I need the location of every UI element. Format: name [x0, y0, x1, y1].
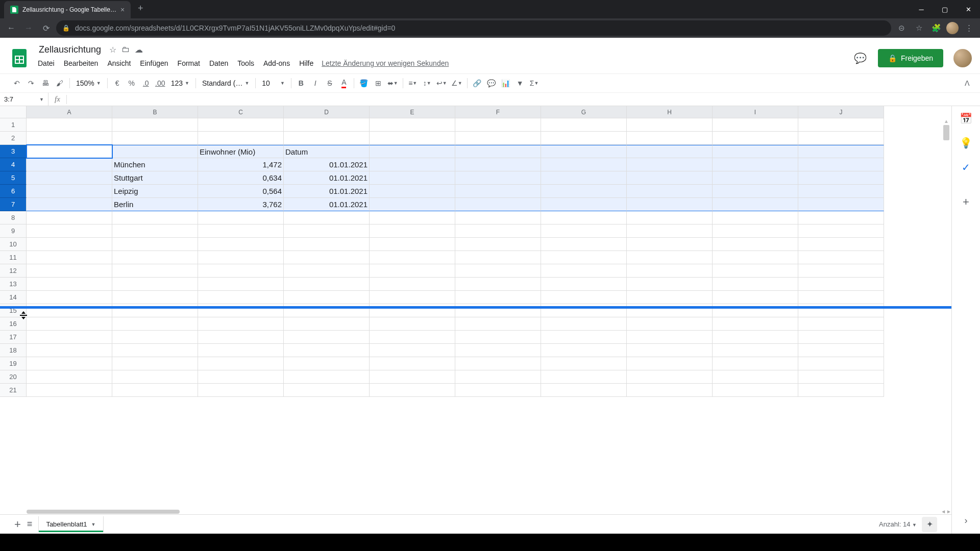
cell[interactable]	[713, 238, 798, 251]
cell[interactable]	[798, 211, 884, 224]
cell[interactable]	[541, 145, 627, 158]
link-button[interactable]: 🔗	[471, 77, 484, 90]
cell[interactable]: 01.01.2021	[284, 171, 370, 185]
filter-button[interactable]: ▼	[513, 77, 527, 90]
cell[interactable]	[627, 211, 713, 224]
cell[interactable]	[627, 370, 713, 384]
cell[interactable]	[370, 370, 455, 384]
cell[interactable]	[27, 291, 112, 304]
explore-button[interactable]: ✦	[922, 517, 937, 532]
star-icon[interactable]: ☆	[109, 45, 116, 55]
column-header[interactable]: C	[198, 106, 284, 118]
cell[interactable]	[27, 370, 112, 384]
cell[interactable]	[27, 145, 112, 158]
increase-decimal-button[interactable]: .00	[154, 77, 167, 90]
cell[interactable]	[370, 278, 455, 291]
cell[interactable]	[455, 264, 541, 278]
cell[interactable]	[627, 357, 713, 370]
new-tab-button[interactable]: +	[138, 3, 143, 14]
cell[interactable]	[798, 118, 884, 132]
cell[interactable]	[455, 132, 541, 145]
zoom-icon[interactable]: ⊝	[894, 21, 909, 35]
row-header[interactable]: 13	[0, 278, 27, 291]
cell[interactable]	[27, 171, 112, 185]
merge-button[interactable]: ⬌▼	[386, 77, 400, 90]
rotate-button[interactable]: ∠▼	[450, 77, 464, 90]
cell[interactable]	[627, 384, 713, 397]
row-header[interactable]: 3	[0, 145, 27, 158]
cell[interactable]	[284, 264, 370, 278]
undo-button[interactable]: ↶	[10, 77, 23, 90]
cell[interactable]	[198, 344, 284, 357]
cell[interactable]	[713, 278, 798, 291]
cell[interactable]	[541, 370, 627, 384]
row-resize-bar[interactable]	[0, 306, 951, 309]
number-format-select[interactable]: 123▼	[168, 79, 192, 87]
cell[interactable]	[112, 317, 198, 331]
add-sheet-button[interactable]: +	[14, 518, 21, 531]
cell[interactable]	[198, 211, 284, 224]
cell[interactable]	[198, 291, 284, 304]
cell[interactable]	[370, 198, 455, 211]
cell[interactable]	[370, 384, 455, 397]
print-button[interactable]: 🖶	[39, 77, 52, 90]
cell[interactable]	[284, 370, 370, 384]
cell[interactable]	[627, 185, 713, 198]
cell[interactable]: 1,472	[198, 158, 284, 171]
cell[interactable]	[798, 251, 884, 264]
menu-einfuegen[interactable]: Einfügen	[136, 57, 172, 69]
row-header[interactable]: 20	[0, 370, 27, 384]
cell[interactable]: 3,762	[198, 198, 284, 211]
cell[interactable]	[370, 317, 455, 331]
cell[interactable]	[713, 291, 798, 304]
cell[interactable]	[27, 317, 112, 331]
cell[interactable]	[112, 251, 198, 264]
row-header[interactable]: 9	[0, 224, 27, 238]
cell[interactable]	[455, 317, 541, 331]
cell[interactable]	[27, 238, 112, 251]
cell[interactable]	[284, 211, 370, 224]
strikethrough-button[interactable]: S	[323, 77, 336, 90]
row-header[interactable]: 14	[0, 291, 27, 304]
cell[interactable]	[627, 344, 713, 357]
all-sheets-button[interactable]: ≡	[27, 519, 33, 530]
menu-addons[interactable]: Add-ons	[259, 57, 294, 69]
cell[interactable]	[713, 132, 798, 145]
cell[interactable]	[798, 238, 884, 251]
cell[interactable]	[713, 384, 798, 397]
doc-title[interactable]: Zellausrichtung	[36, 43, 104, 56]
cell[interactable]	[713, 264, 798, 278]
cell[interactable]	[27, 384, 112, 397]
cell[interactable]: 01.01.2021	[284, 198, 370, 211]
cell[interactable]	[284, 357, 370, 370]
row-header[interactable]: 6	[0, 185, 27, 198]
column-header[interactable]: G	[541, 106, 627, 118]
cell[interactable]	[541, 331, 627, 344]
cell[interactable]	[284, 224, 370, 238]
cell[interactable]	[284, 384, 370, 397]
cell[interactable]	[198, 264, 284, 278]
hide-sidepanel-icon[interactable]: ›	[960, 514, 972, 527]
decrease-decimal-button[interactable]: .0	[139, 77, 153, 90]
cell[interactable]	[541, 224, 627, 238]
cell[interactable]	[798, 357, 884, 370]
cell[interactable]	[627, 198, 713, 211]
minimize-button[interactable]: ─	[910, 0, 933, 18]
redo-button[interactable]: ↷	[24, 77, 38, 90]
cell[interactable]	[798, 145, 884, 158]
cell[interactable]	[455, 118, 541, 132]
cell[interactable]	[370, 291, 455, 304]
cell[interactable]	[713, 251, 798, 264]
cell[interactable]: Datum	[284, 145, 370, 158]
cell[interactable]	[713, 171, 798, 185]
cell[interactable]	[112, 331, 198, 344]
cell[interactable]	[541, 158, 627, 171]
bookmark-icon[interactable]: ☆	[912, 21, 926, 35]
cell[interactable]	[455, 331, 541, 344]
back-button[interactable]: ←	[4, 21, 18, 35]
menu-ansicht[interactable]: Ansicht	[103, 57, 135, 69]
cell[interactable]	[112, 132, 198, 145]
cell[interactable]	[798, 344, 884, 357]
cell[interactable]	[370, 185, 455, 198]
cell[interactable]	[27, 132, 112, 145]
